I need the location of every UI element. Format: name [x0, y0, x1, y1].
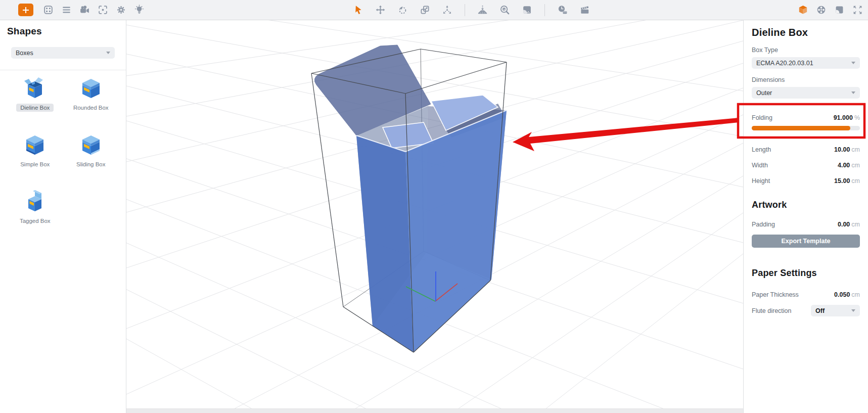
- width-label: Width: [752, 162, 768, 169]
- folding-label: Folding: [752, 114, 772, 121]
- main-toolbar: [0, 0, 868, 20]
- folding-value: 91.000: [834, 114, 853, 121]
- simple-box-icon: [23, 132, 47, 157]
- dimensions-label: Dimensions: [752, 76, 860, 83]
- box-right-face: [405, 110, 507, 352]
- shape-item-rounded-box[interactable]: Rounded Box: [63, 75, 119, 124]
- flute-direction-dropdown[interactable]: Off: [811, 305, 860, 316]
- height-row: Height 15.00cm: [752, 177, 860, 185]
- viewport-3d-scene: [126, 20, 743, 413]
- lighting-button[interactable]: [133, 4, 146, 16]
- paper-thickness-value[interactable]: 0.050: [834, 291, 850, 298]
- center-view-button[interactable]: [97, 4, 109, 16]
- folding-unit: %: [854, 114, 860, 121]
- dieline-box-icon: [23, 76, 47, 100]
- flute-direction-value: Off: [815, 307, 825, 314]
- snapshot-button[interactable]: [521, 4, 533, 16]
- width-row: Width 4.00cm: [752, 162, 860, 169]
- main-content: Shapes Boxes Dieline B: [0, 20, 868, 413]
- paper-thickness-label: Paper Thickness: [752, 291, 799, 298]
- shape-grid: Dieline Box Rounded Box: [7, 75, 119, 238]
- artwork-section-title: Artwork: [752, 200, 860, 210]
- padding-unit: cm: [851, 221, 860, 228]
- rotate-tool-button[interactable]: [396, 4, 409, 16]
- width-value[interactable]: 4.00: [838, 162, 850, 169]
- shape-library-button[interactable]: [42, 4, 55, 16]
- zoom-object-icon: [499, 5, 510, 15]
- toolbar-left-group: [18, 4, 146, 16]
- horizontal-scrollbar[interactable]: [126, 408, 743, 413]
- scale-tool-button[interactable]: [419, 4, 431, 16]
- distribute-tool-button[interactable]: [441, 4, 453, 16]
- move-tool-button[interactable]: [374, 4, 387, 16]
- application-window: Shapes Boxes Dieline B: [0, 0, 868, 413]
- box-type-label: Box Type: [752, 47, 860, 54]
- toolbar-right-group: [797, 4, 864, 16]
- page-corner-icon: [834, 5, 845, 15]
- flute-direction-label: Flute direction: [752, 307, 792, 314]
- chevron-down-icon: [851, 91, 855, 94]
- inspector-title: Dieline Box: [752, 27, 860, 38]
- tagged-box-icon: [23, 189, 47, 213]
- shape-item-tagged-box[interactable]: Tagged Box: [7, 188, 63, 238]
- fullscreen-button[interactable]: [851, 4, 864, 16]
- apps-grid-icon: [43, 5, 54, 15]
- animation-button[interactable]: [578, 4, 591, 16]
- snapshot-icon: [522, 5, 532, 15]
- page-layout-button[interactable]: [833, 4, 846, 16]
- drop-to-floor-icon: [477, 5, 488, 15]
- expand-arrows-icon: [852, 5, 863, 15]
- zoom-to-object-button[interactable]: [498, 4, 511, 16]
- focus-frame-icon: [98, 5, 108, 15]
- dimensions-dropdown[interactable]: Outer: [752, 87, 860, 99]
- rounded-box-icon: [79, 76, 103, 100]
- shape-item-label: Rounded Box: [69, 104, 113, 112]
- shapes-panel-title: Shapes: [7, 26, 119, 37]
- sliding-box-icon: [79, 132, 103, 157]
- camera-icon: [79, 5, 90, 15]
- move-arrows-icon: [375, 5, 386, 15]
- add-shape-button[interactable]: [18, 4, 33, 16]
- chevron-down-icon: [851, 309, 855, 312]
- inspector-panel: Dieline Box Box Type ECMA A20.20.03.01 D…: [743, 20, 868, 413]
- light-bulb-icon: [134, 5, 145, 15]
- settings-button[interactable]: [115, 4, 127, 16]
- box-type-dropdown[interactable]: ECMA A20.20.03.01: [752, 57, 860, 69]
- folding-slider[interactable]: [752, 126, 860, 130]
- shape-item-sliding-box[interactable]: Sliding Box: [63, 131, 119, 181]
- film-reel-icon: [816, 5, 827, 15]
- export-template-button[interactable]: Export Template: [752, 235, 860, 248]
- dimensions-value: Outer: [756, 89, 772, 97]
- render-button[interactable]: [815, 4, 828, 16]
- gear-icon: [116, 5, 126, 15]
- shapes-panel: Shapes Boxes Dieline B: [0, 20, 126, 413]
- flute-direction-row: Flute direction Off: [752, 305, 860, 316]
- shape-item-label: Simple Box: [16, 160, 54, 168]
- shape-item-label: Sliding Box: [72, 160, 110, 168]
- camera-button[interactable]: [78, 4, 91, 16]
- viewport-3d[interactable]: [126, 20, 743, 413]
- length-unit: cm: [851, 146, 860, 153]
- length-label: Length: [752, 146, 771, 153]
- height-value[interactable]: 15.00: [834, 177, 850, 185]
- length-value[interactable]: 10.00: [834, 146, 850, 153]
- scene-list-button[interactable]: [60, 4, 73, 16]
- clock-icon: [557, 5, 568, 15]
- chevron-down-icon: [851, 62, 855, 64]
- materials-button[interactable]: [797, 4, 809, 16]
- plus-icon: [22, 7, 29, 14]
- shape-item-label: Dieline Box: [16, 104, 54, 112]
- height-label: Height: [752, 177, 770, 185]
- drop-to-floor-button[interactable]: [476, 4, 489, 16]
- shape-category-dropdown[interactable]: Boxes: [11, 47, 115, 59]
- time-button[interactable]: [556, 4, 569, 16]
- width-unit: cm: [851, 162, 860, 169]
- toolbar-separator: [544, 4, 545, 16]
- select-tool-button[interactable]: [352, 4, 364, 16]
- box-left-face: [356, 135, 414, 352]
- shape-item-dieline-box[interactable]: Dieline Box: [7, 75, 63, 124]
- shape-item-simple-box[interactable]: Simple Box: [7, 131, 63, 181]
- padding-value[interactable]: 0.00: [838, 221, 850, 228]
- paper-settings-title: Paper Settings: [752, 268, 860, 279]
- shape-item-label: Tagged Box: [16, 217, 55, 225]
